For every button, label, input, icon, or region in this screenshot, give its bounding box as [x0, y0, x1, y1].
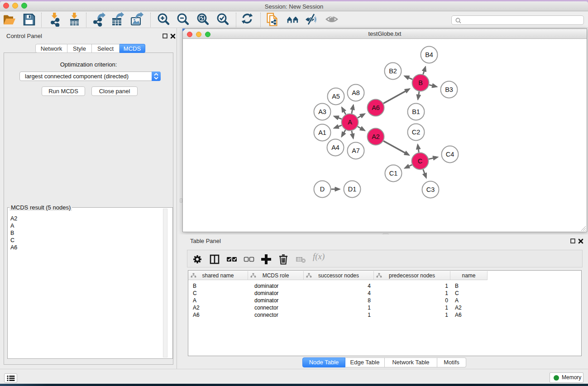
- svg-text:A: A: [348, 119, 352, 126]
- svg-text:C1: C1: [389, 170, 398, 177]
- svg-text:B: B: [418, 79, 423, 86]
- svg-text:A8: A8: [352, 89, 360, 96]
- svg-text:C2: C2: [412, 129, 421, 136]
- svg-text:C4: C4: [446, 151, 454, 158]
- svg-text:B1: B1: [412, 108, 420, 115]
- svg-text:D: D: [320, 186, 325, 193]
- svg-text:A2: A2: [372, 133, 380, 140]
- svg-text:A1: A1: [318, 129, 326, 136]
- svg-text:B4: B4: [425, 51, 433, 58]
- svg-text:C3: C3: [426, 186, 435, 193]
- svg-text:A7: A7: [352, 147, 360, 154]
- svg-text:A3: A3: [318, 108, 326, 115]
- svg-text:B3: B3: [445, 86, 453, 93]
- svg-text:C: C: [418, 157, 422, 165]
- svg-text:D1: D1: [348, 186, 357, 193]
- svg-text:A6: A6: [372, 104, 380, 111]
- svg-text:A5: A5: [332, 93, 340, 100]
- svg-text:A4: A4: [331, 144, 339, 151]
- svg-text:B2: B2: [389, 67, 397, 75]
